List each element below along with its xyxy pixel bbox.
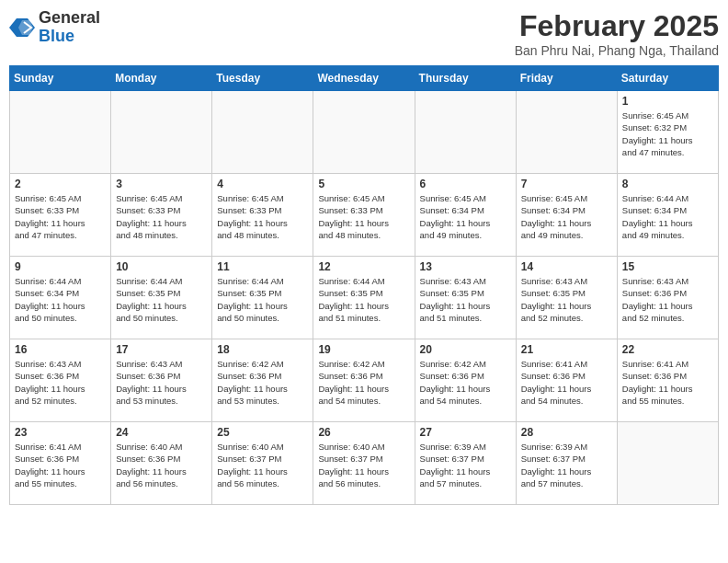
calendar-cell: 13Sunrise: 6:43 AM Sunset: 6:35 PM Dayli… xyxy=(415,257,516,339)
day-number: 24 xyxy=(116,426,207,439)
day-number: 16 xyxy=(15,343,106,356)
day-info: Sunrise: 6:44 AM Sunset: 6:35 PM Dayligh… xyxy=(116,275,207,324)
calendar-cell xyxy=(111,91,212,174)
calendar-cell: 21Sunrise: 6:41 AM Sunset: 6:36 PM Dayli… xyxy=(516,339,617,422)
calendar-cell: 9Sunrise: 6:44 AM Sunset: 6:34 PM Daylig… xyxy=(10,257,111,339)
title-area: February 2025 Ban Phru Nai, Phang Nga, T… xyxy=(515,9,719,58)
calendar-cell: 15Sunrise: 6:43 AM Sunset: 6:36 PM Dayli… xyxy=(617,257,718,339)
day-info: Sunrise: 6:44 AM Sunset: 6:34 PM Dayligh… xyxy=(622,192,713,241)
location: Ban Phru Nai, Phang Nga, Thailand xyxy=(515,43,719,58)
weekday-header: Thursday xyxy=(415,66,516,91)
logo-icon xyxy=(9,15,35,40)
day-number: 10 xyxy=(116,260,207,273)
calendar-week-row: 16Sunrise: 6:43 AM Sunset: 6:36 PM Dayli… xyxy=(10,339,719,422)
calendar-cell: 26Sunrise: 6:40 AM Sunset: 6:37 PM Dayli… xyxy=(313,422,415,505)
calendar-cell: 3Sunrise: 6:45 AM Sunset: 6:33 PM Daylig… xyxy=(111,174,212,257)
calendar-cell: 11Sunrise: 6:44 AM Sunset: 6:35 PM Dayli… xyxy=(212,257,313,339)
day-info: Sunrise: 6:44 AM Sunset: 6:34 PM Dayligh… xyxy=(15,275,106,324)
calendar-cell: 19Sunrise: 6:42 AM Sunset: 6:36 PM Dayli… xyxy=(313,339,415,422)
day-number: 22 xyxy=(622,343,713,356)
calendar-cell: 17Sunrise: 6:43 AM Sunset: 6:36 PM Dayli… xyxy=(111,339,212,422)
calendar-cell: 7Sunrise: 6:45 AM Sunset: 6:34 PM Daylig… xyxy=(516,174,617,257)
day-number: 9 xyxy=(15,260,106,273)
day-number: 14 xyxy=(521,260,612,273)
calendar-cell: 4Sunrise: 6:45 AM Sunset: 6:33 PM Daylig… xyxy=(212,174,313,257)
day-number: 7 xyxy=(521,178,612,190)
day-info: Sunrise: 6:40 AM Sunset: 6:37 PM Dayligh… xyxy=(318,441,409,489)
day-number: 3 xyxy=(116,178,207,190)
day-info: Sunrise: 6:45 AM Sunset: 6:33 PM Dayligh… xyxy=(15,192,106,241)
day-number: 5 xyxy=(318,178,409,190)
weekday-header: Monday xyxy=(111,66,212,91)
day-info: Sunrise: 6:39 AM Sunset: 6:37 PM Dayligh… xyxy=(420,441,511,489)
day-info: Sunrise: 6:43 AM Sunset: 6:35 PM Dayligh… xyxy=(521,275,612,324)
calendar-cell: 6Sunrise: 6:45 AM Sunset: 6:34 PM Daylig… xyxy=(415,174,516,257)
calendar-week-row: 9Sunrise: 6:44 AM Sunset: 6:34 PM Daylig… xyxy=(10,257,719,339)
weekday-header: Wednesday xyxy=(313,66,415,91)
day-info: Sunrise: 6:41 AM Sunset: 6:36 PM Dayligh… xyxy=(15,441,106,489)
calendar-cell: 16Sunrise: 6:43 AM Sunset: 6:36 PM Dayli… xyxy=(10,339,111,422)
calendar-cell: 1Sunrise: 6:45 AM Sunset: 6:32 PM Daylig… xyxy=(617,91,718,174)
calendar-week-row: 1Sunrise: 6:45 AM Sunset: 6:32 PM Daylig… xyxy=(10,91,719,174)
page-header: General Blue February 2025 Ban Phru Nai,… xyxy=(9,9,719,58)
day-info: Sunrise: 6:40 AM Sunset: 6:37 PM Dayligh… xyxy=(217,441,308,489)
day-number: 2 xyxy=(15,178,106,190)
day-number: 25 xyxy=(217,426,308,439)
calendar-cell: 2Sunrise: 6:45 AM Sunset: 6:33 PM Daylig… xyxy=(10,174,111,257)
day-number: 20 xyxy=(420,343,511,356)
day-number: 4 xyxy=(217,178,308,190)
day-number: 27 xyxy=(420,426,511,439)
day-number: 8 xyxy=(622,178,713,190)
day-number: 11 xyxy=(217,260,308,273)
calendar-cell: 20Sunrise: 6:42 AM Sunset: 6:36 PM Dayli… xyxy=(415,339,516,422)
day-info: Sunrise: 6:43 AM Sunset: 6:36 PM Dayligh… xyxy=(116,358,207,407)
calendar-cell: 28Sunrise: 6:39 AM Sunset: 6:37 PM Dayli… xyxy=(516,422,617,505)
day-number: 15 xyxy=(622,260,713,273)
day-number: 6 xyxy=(420,178,511,190)
day-number: 1 xyxy=(622,95,713,108)
weekday-header: Sunday xyxy=(10,66,111,91)
day-info: Sunrise: 6:43 AM Sunset: 6:35 PM Dayligh… xyxy=(420,275,511,324)
day-info: Sunrise: 6:42 AM Sunset: 6:36 PM Dayligh… xyxy=(318,358,409,407)
logo: General Blue xyxy=(9,9,100,46)
calendar-cell: 12Sunrise: 6:44 AM Sunset: 6:35 PM Dayli… xyxy=(313,257,415,339)
day-info: Sunrise: 6:43 AM Sunset: 6:36 PM Dayligh… xyxy=(622,275,713,324)
day-info: Sunrise: 6:42 AM Sunset: 6:36 PM Dayligh… xyxy=(420,358,511,407)
calendar-cell: 8Sunrise: 6:44 AM Sunset: 6:34 PM Daylig… xyxy=(617,174,718,257)
day-info: Sunrise: 6:43 AM Sunset: 6:36 PM Dayligh… xyxy=(15,358,106,407)
day-number: 23 xyxy=(15,426,106,439)
calendar-cell: 23Sunrise: 6:41 AM Sunset: 6:36 PM Dayli… xyxy=(10,422,111,505)
calendar-cell: 27Sunrise: 6:39 AM Sunset: 6:37 PM Dayli… xyxy=(415,422,516,505)
day-info: Sunrise: 6:39 AM Sunset: 6:37 PM Dayligh… xyxy=(521,441,612,489)
month-title: February 2025 xyxy=(515,9,719,43)
calendar-cell: 25Sunrise: 6:40 AM Sunset: 6:37 PM Dayli… xyxy=(212,422,313,505)
calendar-week-row: 2Sunrise: 6:45 AM Sunset: 6:33 PM Daylig… xyxy=(10,174,719,257)
calendar-table: SundayMondayTuesdayWednesdayThursdayFrid… xyxy=(9,65,719,505)
day-info: Sunrise: 6:45 AM Sunset: 6:32 PM Dayligh… xyxy=(622,109,713,158)
calendar-cell: 18Sunrise: 6:42 AM Sunset: 6:36 PM Dayli… xyxy=(212,339,313,422)
calendar-cell: 10Sunrise: 6:44 AM Sunset: 6:35 PM Dayli… xyxy=(111,257,212,339)
weekday-header: Tuesday xyxy=(212,66,313,91)
day-info: Sunrise: 6:41 AM Sunset: 6:36 PM Dayligh… xyxy=(622,358,713,407)
calendar-week-row: 23Sunrise: 6:41 AM Sunset: 6:36 PM Dayli… xyxy=(10,422,719,505)
day-number: 12 xyxy=(318,260,409,273)
day-info: Sunrise: 6:45 AM Sunset: 6:33 PM Dayligh… xyxy=(217,192,308,241)
calendar-cell: 24Sunrise: 6:40 AM Sunset: 6:36 PM Dayli… xyxy=(111,422,212,505)
calendar-cell xyxy=(212,91,313,174)
day-number: 28 xyxy=(521,426,612,439)
day-number: 17 xyxy=(116,343,207,356)
calendar-cell xyxy=(415,91,516,174)
calendar-cell xyxy=(10,91,111,174)
calendar-cell xyxy=(313,91,415,174)
weekday-header: Saturday xyxy=(617,66,718,91)
calendar-cell xyxy=(516,91,617,174)
weekday-header: Friday xyxy=(516,66,617,91)
calendar-cell: 14Sunrise: 6:43 AM Sunset: 6:35 PM Dayli… xyxy=(516,257,617,339)
day-info: Sunrise: 6:45 AM Sunset: 6:33 PM Dayligh… xyxy=(318,192,409,241)
logo-text: General Blue xyxy=(39,9,100,46)
day-info: Sunrise: 6:45 AM Sunset: 6:34 PM Dayligh… xyxy=(420,192,511,241)
day-info: Sunrise: 6:44 AM Sunset: 6:35 PM Dayligh… xyxy=(217,275,308,324)
day-info: Sunrise: 6:41 AM Sunset: 6:36 PM Dayligh… xyxy=(521,358,612,407)
day-number: 26 xyxy=(318,426,409,439)
day-info: Sunrise: 6:44 AM Sunset: 6:35 PM Dayligh… xyxy=(318,275,409,324)
